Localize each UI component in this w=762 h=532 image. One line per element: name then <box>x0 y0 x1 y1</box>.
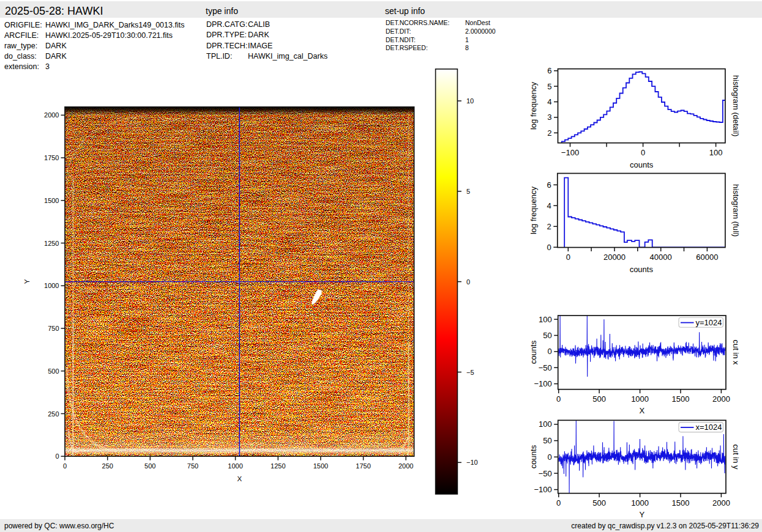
svg-text:cut in x: cut in x <box>731 339 741 365</box>
svg-text:4: 4 <box>547 97 551 106</box>
svg-text:0: 0 <box>547 243 551 252</box>
svg-text:0: 0 <box>556 498 561 508</box>
svg-text:−100: −100 <box>534 379 551 388</box>
svg-text:counts: counts <box>529 445 538 468</box>
svg-text:500: 500 <box>144 462 155 470</box>
svg-text:2: 2 <box>547 128 551 138</box>
svg-text:3: 3 <box>547 113 551 122</box>
svg-text:2000: 2000 <box>44 111 59 119</box>
svg-text:0: 0 <box>55 453 59 460</box>
svg-text:4: 4 <box>547 201 551 210</box>
svg-text:1500: 1500 <box>672 498 690 508</box>
svg-text:500: 500 <box>592 394 606 404</box>
svg-text:0: 0 <box>63 462 67 470</box>
svg-text:−50: −50 <box>539 469 552 478</box>
svg-text:10: 10 <box>466 97 474 105</box>
svg-text:750: 750 <box>48 325 59 332</box>
svg-text:1250: 1250 <box>271 462 285 470</box>
svg-text:−5: −5 <box>466 369 474 376</box>
svg-text:2000: 2000 <box>712 498 730 508</box>
svg-text:counts: counts <box>630 265 654 274</box>
svg-text:Y: Y <box>639 510 644 519</box>
svg-text:1500: 1500 <box>313 462 328 470</box>
svg-text:1000: 1000 <box>631 394 649 404</box>
svg-text:X: X <box>237 475 242 482</box>
svg-text:1750: 1750 <box>356 462 370 470</box>
svg-text:X: X <box>639 406 644 415</box>
svg-text:1000: 1000 <box>631 498 649 508</box>
svg-text:250: 250 <box>102 462 113 470</box>
svg-text:0: 0 <box>547 347 551 356</box>
svg-text:1000: 1000 <box>228 462 242 470</box>
svg-text:0: 0 <box>466 278 470 286</box>
svg-text:2000: 2000 <box>712 394 730 404</box>
svg-text:500: 500 <box>48 368 59 375</box>
svg-text:−50: −50 <box>539 363 552 372</box>
svg-text:6: 6 <box>547 66 551 75</box>
svg-text:−100: −100 <box>561 148 579 157</box>
svg-text:1500: 1500 <box>44 197 59 204</box>
svg-text:x=1024: x=1024 <box>696 423 722 432</box>
svg-text:−100: −100 <box>534 485 551 494</box>
svg-text:counts: counts <box>630 160 654 169</box>
svg-text:histogram (detail): histogram (detail) <box>731 75 741 136</box>
svg-text:−10: −10 <box>466 459 478 466</box>
svg-text:1000: 1000 <box>44 282 59 289</box>
svg-text:0: 0 <box>547 453 551 462</box>
svg-text:50: 50 <box>543 436 551 445</box>
svg-text:1500: 1500 <box>672 394 690 404</box>
svg-text:60000: 60000 <box>696 253 718 262</box>
svg-text:40000: 40000 <box>650 253 672 262</box>
svg-text:0: 0 <box>566 253 570 262</box>
svg-text:cut in y: cut in y <box>731 444 741 470</box>
svg-text:500: 500 <box>592 498 606 508</box>
svg-text:1250: 1250 <box>44 240 59 247</box>
svg-text:0: 0 <box>556 394 561 404</box>
svg-text:100: 100 <box>709 148 723 157</box>
svg-text:log frequency: log frequency <box>529 186 538 234</box>
svg-text:histogram (full): histogram (full) <box>731 184 741 237</box>
svg-text:0: 0 <box>641 148 645 157</box>
svg-text:6: 6 <box>547 180 551 190</box>
svg-text:Y: Y <box>23 279 31 284</box>
svg-text:50: 50 <box>543 331 551 340</box>
svg-text:250: 250 <box>48 410 59 418</box>
svg-text:counts: counts <box>529 340 538 364</box>
svg-text:100: 100 <box>539 419 552 429</box>
svg-text:y=1024: y=1024 <box>696 318 722 327</box>
svg-text:5: 5 <box>547 82 551 91</box>
svg-text:2000: 2000 <box>398 462 413 470</box>
svg-text:1750: 1750 <box>44 154 59 161</box>
svg-text:750: 750 <box>187 462 198 470</box>
svg-text:100: 100 <box>539 315 552 324</box>
svg-text:20000: 20000 <box>603 253 626 262</box>
svg-text:2: 2 <box>547 222 551 231</box>
svg-text:5: 5 <box>466 188 470 195</box>
svg-text:log frequency: log frequency <box>529 81 538 130</box>
